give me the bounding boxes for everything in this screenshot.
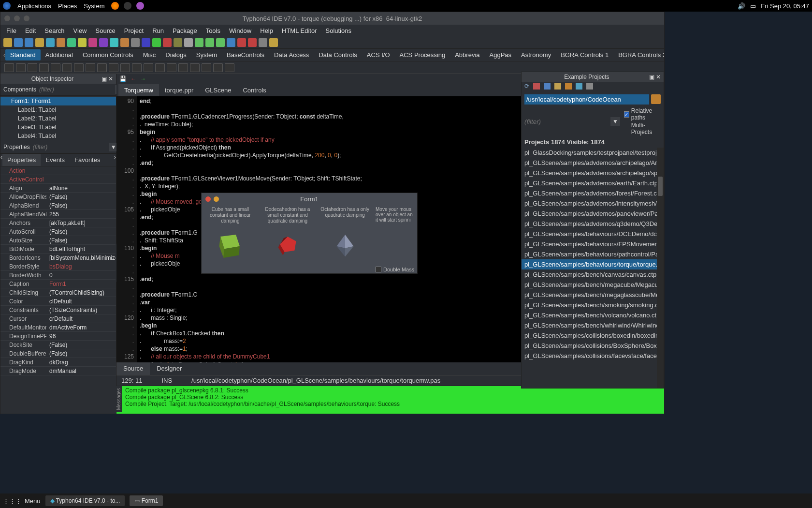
components-filter-input[interactable] — [39, 86, 112, 93]
component-tab-basecontrols[interactable]: BaseControls — [222, 49, 269, 60]
toolbar-button-12[interactable] — [131, 38, 140, 47]
property-row[interactable]: BiDiModebdLeftToRight — [0, 245, 116, 254]
toolbar-button-7[interactable] — [78, 38, 87, 47]
project-list-item[interactable]: pl_GLScene/samples/advdemos/forest/Fores… — [522, 188, 664, 198]
app-icon[interactable] — [136, 2, 144, 10]
menu-help[interactable]: Help — [260, 27, 273, 34]
firefox-icon[interactable] — [111, 2, 119, 10]
project-list-item[interactable]: pl_GLScene/samples/behaviours/DCEDemo/dc… — [522, 229, 664, 239]
toolbar-button-14[interactable] — [152, 38, 161, 47]
menu-window[interactable]: Window — [229, 27, 251, 34]
project-list-item[interactable]: pl_GLScene/samples/advdemos/archipelago/… — [522, 158, 664, 168]
property-row[interactable]: AutoSize(False) — [0, 236, 116, 245]
property-row[interactable]: DefaultMonitordmActiveForm — [0, 323, 116, 332]
taskbar-menu-button[interactable]: ⋮⋮⋮ Menu — [3, 497, 41, 505]
property-row[interactable]: Anchors[akTop,akLeft] — [0, 219, 116, 227]
toolbar-button-0[interactable] — [3, 38, 12, 47]
project-list-item[interactable]: pl_GLScene/samples/collisions/BoxSphere/… — [522, 341, 664, 351]
menu-tools[interactable]: Tools — [206, 27, 220, 34]
menu-solutions[interactable]: Solutions — [325, 27, 351, 34]
palette-component-13[interactable] — [155, 63, 165, 72]
toolbar-button-3[interactable] — [35, 38, 44, 47]
menu-package[interactable]: Package — [173, 27, 197, 34]
prop-tab-events[interactable]: Events — [41, 154, 70, 166]
project-list-item[interactable]: pl_GLScene/samples/advdemos/earth/Earth.… — [522, 178, 664, 188]
toolbar-button-21[interactable] — [227, 38, 235, 47]
tree-node[interactable]: Label4: TLabel — [0, 132, 116, 140]
palette-component-2[interactable] — [28, 63, 37, 72]
palette-component-11[interactable] — [132, 63, 142, 72]
toolbar-button-10[interactable] — [110, 38, 118, 47]
property-row[interactable]: Constraints(TSizeConstraints) — [0, 306, 116, 314]
property-row[interactable]: DockSite(False) — [0, 341, 116, 349]
component-tree[interactable]: Form1: TForm1Label1: TLabelLabel2: TLabe… — [0, 96, 116, 141]
clock[interactable]: Fri Sep 20, 05:47 — [761, 2, 809, 10]
project-list-item[interactable]: pl_GLScene/samples/bench/megaglasscube/M… — [522, 290, 664, 300]
property-row[interactable]: DragModedmManual — [0, 367, 116, 375]
menu-system[interactable]: System — [84, 2, 104, 10]
palette-component-16[interactable] — [190, 63, 200, 72]
palette-component-19[interactable] — [225, 63, 234, 72]
scroll-right-icon[interactable]: › — [114, 154, 116, 166]
property-row[interactable]: AlignalNone — [0, 184, 116, 193]
palette-component-18[interactable] — [213, 63, 223, 72]
component-tab-common-controls[interactable]: Common Controls — [78, 49, 138, 60]
tree-node[interactable]: Label1: TLabel — [0, 105, 116, 114]
palette-component-8[interactable] — [97, 63, 107, 72]
tool-icon[interactable] — [533, 83, 540, 90]
prop-tab-favorites[interactable]: Favorites — [70, 154, 105, 166]
project-list-item[interactable]: pl_GLScene/samples/behaviours/FPSMovemen… — [522, 239, 664, 249]
property-row[interactable]: AlphaBlendValue255 — [0, 210, 116, 219]
project-filter-input[interactable] — [524, 118, 607, 125]
property-row[interactable]: ColorclDefault — [0, 297, 116, 306]
palette-component-10[interactable] — [120, 63, 130, 72]
palette-component-7[interactable] — [86, 63, 95, 72]
project-list-item[interactable]: pl_GLScene/samples/collisions/facevsface… — [522, 351, 664, 361]
toolbar-button-11[interactable] — [120, 38, 129, 47]
editor-tab-torquemw[interactable]: Torquemw — [118, 84, 159, 96]
messages-panel[interactable]: Messages Compile package pl_glscenepkg 6… — [116, 386, 664, 414]
prop-tab-properties[interactable]: Properties — [2, 154, 41, 166]
tool-icon[interactable] — [576, 83, 582, 90]
component-tab-standard[interactable]: Standard — [5, 49, 41, 60]
toolbar-button-25[interactable] — [269, 38, 278, 47]
tool-icon[interactable] — [554, 83, 561, 90]
menu-edit[interactable]: Edit — [25, 27, 36, 34]
component-tab-misc[interactable]: Misc — [138, 49, 161, 60]
property-row[interactable]: DragKinddkDrag — [0, 358, 116, 367]
property-row[interactable]: BorderIcons[biSystemMenu,biMinimize — [0, 254, 116, 262]
menu-view[interactable]: View — [73, 27, 87, 34]
tree-node[interactable]: Label2: TLabel — [0, 114, 116, 123]
project-list-item[interactable]: pl_GLScene/samples/advdemos/q3demo/Q3Dem… — [522, 219, 664, 229]
component-tab-data-access[interactable]: Data Access — [269, 49, 314, 60]
save-icon[interactable]: 💾 — [119, 75, 127, 82]
message-line[interactable]: Compile Project, Target: /usr/local/code… — [118, 401, 662, 407]
window-controls[interactable] — [4, 15, 29, 21]
component-tab-abbrevia[interactable]: Abbrevia — [450, 49, 484, 60]
palette-component-1[interactable] — [16, 63, 26, 72]
project-list-item[interactable]: pl_GLScene/samples/bench/volcano/volcano… — [522, 310, 664, 320]
folder-icon[interactable] — [651, 94, 661, 104]
taskbar-task[interactable]: ◆ Typhon64 IDE v7.0 - to... — [45, 495, 125, 506]
toolbar-button-17[interactable] — [184, 38, 193, 47]
toolbar-button-2[interactable] — [25, 38, 33, 47]
component-tab-dialogs[interactable]: Dialogs — [160, 49, 191, 60]
palette-component-9[interactable] — [109, 63, 118, 72]
project-list-item[interactable]: pl_GLScene/samples/bench/canvas/canvas.c… — [522, 269, 664, 280]
property-row[interactable]: ChildSizing(TControlChildSizing) — [0, 288, 116, 297]
component-tab-acs-processing[interactable]: ACS Processing — [395, 49, 450, 60]
project-list-item[interactable]: pl_GLScene/samples/advdemos/archipelago/… — [522, 168, 664, 178]
toolbar-button-23[interactable] — [248, 38, 257, 47]
project-list-item[interactable]: pl_GLScene/samples/collisions/boxedin/bo… — [522, 330, 664, 341]
menu-places[interactable]: Places — [58, 2, 77, 10]
toolbar-button-9[interactable] — [99, 38, 108, 47]
menu-run[interactable]: Run — [152, 27, 164, 34]
project-list-item[interactable]: pl_GLScene/samples/advdemos/intensitymes… — [522, 198, 664, 209]
palette-component-15[interactable] — [178, 63, 188, 72]
terminal-icon[interactable] — [124, 2, 131, 10]
list-scrollbar[interactable] — [657, 148, 664, 388]
editor-tab-torque.ppr[interactable]: torque.ppr — [159, 84, 199, 96]
editor-tab-controls[interactable]: Controls — [237, 84, 272, 96]
editor-tab-glscene[interactable]: GLScene — [199, 84, 237, 96]
toolbar-button-22[interactable] — [237, 38, 246, 47]
